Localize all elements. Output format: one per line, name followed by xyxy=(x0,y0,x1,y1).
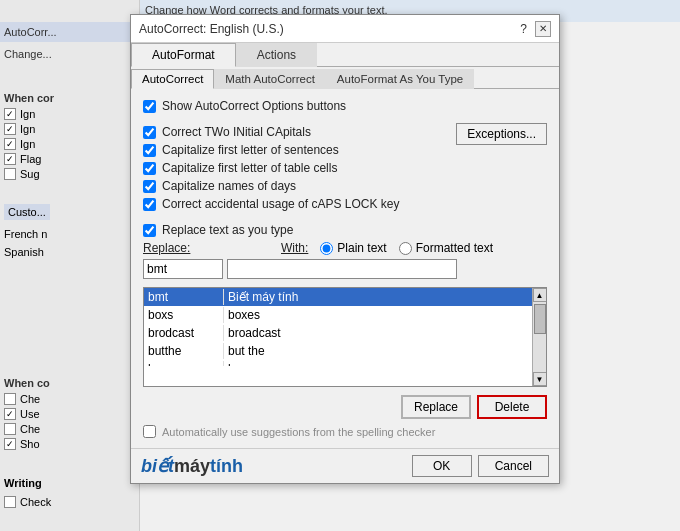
tab-math-autocorrect[interactable]: Math AutoCorrect xyxy=(214,69,325,89)
list-cell-replace: butthe xyxy=(144,343,224,359)
checkbox-capitalize-days: Capitalize names of days xyxy=(143,179,450,193)
formatted-text-option[interactable]: Formatted text xyxy=(399,241,493,255)
suggest-checkbox[interactable] xyxy=(143,425,156,438)
dialog-footer: biết máy tính OK Cancel xyxy=(131,448,559,483)
replace-inputs-row: bmt xyxy=(143,259,547,279)
list-cell-with: broadcast xyxy=(224,325,285,341)
replace-input[interactable]: bmt xyxy=(143,259,223,279)
replace-checkbox-row: Replace text as you type xyxy=(143,223,547,237)
scrollbar-track[interactable] xyxy=(533,302,546,372)
tab-autoformat[interactable]: AutoFormat xyxy=(131,43,236,67)
tab-autoformat-as-you-type[interactable]: AutoFormat As You Type xyxy=(326,69,474,89)
brand-biet: biết xyxy=(141,455,174,477)
help-icon[interactable]: ? xyxy=(520,22,527,36)
checkbox-caps-lock-label: Correct accidental usage of cAPS LOCK ke… xyxy=(162,197,399,211)
brand-tinh: tính xyxy=(210,456,243,477)
plain-text-radio[interactable] xyxy=(320,242,333,255)
checkbox-list: Show AutoCorrect Options buttons Correct… xyxy=(143,99,450,215)
plain-text-option[interactable]: Plain text xyxy=(320,241,386,255)
dialog-titlebar: AutoCorrect: English (U.S.) ? ✕ xyxy=(131,15,559,43)
sidebar-when-cor2: When co xyxy=(0,375,139,391)
dialog-title: AutoCorrect: English (U.S.) xyxy=(139,22,284,36)
list-cell-with: boxes xyxy=(224,307,264,323)
radio-group: Plain text Formatted text xyxy=(320,241,493,255)
brand-logo: biết máy tính xyxy=(141,455,243,477)
checkbox-capitalize-days-label: Capitalize names of days xyxy=(162,179,296,193)
checkbox-capitalize-sentences-input[interactable] xyxy=(143,144,156,157)
checkbox-capitalize-sentences-label: Capitalize first letter of sentences xyxy=(162,143,339,157)
replace-as-you-type-label: Replace text as you type xyxy=(162,223,293,237)
footer-buttons: OK Cancel xyxy=(412,455,549,477)
suggest-row: Automatically use suggestions from the s… xyxy=(143,425,547,438)
sidebar-check-items2: Che ✓Use Che ✓Sho xyxy=(4,393,139,453)
checkbox-correct-two: Correct TWo INitial CApitals xyxy=(143,125,450,139)
sidebar-custo: Custo... xyxy=(0,202,139,222)
list-cell-replace: bmt xyxy=(144,289,224,305)
brand-may: máy xyxy=(174,456,210,477)
list-cell-replace: brodcast xyxy=(144,325,224,341)
list-item[interactable]: bve be xyxy=(144,360,546,366)
scrollbar-thumb[interactable] xyxy=(534,304,546,334)
close-button[interactable]: ✕ xyxy=(535,21,551,37)
options-section: Show AutoCorrect Options buttons Correct… xyxy=(143,99,547,215)
scrollbar-up-button[interactable]: ▲ xyxy=(533,288,547,302)
checkbox-caps-lock: Correct accidental usage of cAPS LOCK ke… xyxy=(143,197,450,211)
sidebar-change: Change... xyxy=(0,44,139,64)
autocorrect-dialog: AutoCorrect: English (U.S.) ? ✕ AutoForm… xyxy=(130,14,560,484)
list-item[interactable]: brodcast broadcast xyxy=(144,324,546,342)
checkbox-capitalize-sentences: Capitalize first letter of sentences xyxy=(143,143,450,157)
scrollbar-down-button[interactable]: ▼ xyxy=(533,372,547,386)
replace-list-container: bmt Biết máy tính boxs boxes brodcast br… xyxy=(143,287,547,387)
sidebar-spanish: Spanish xyxy=(0,243,139,261)
list-item[interactable]: butthe but the xyxy=(144,342,546,360)
delete-button[interactable]: Delete xyxy=(477,395,547,419)
sidebar-french: French n xyxy=(0,225,139,243)
sidebar-check-items3: Check xyxy=(4,496,139,511)
formatted-text-radio[interactable] xyxy=(399,242,412,255)
exceptions-btn-container: Exceptions... xyxy=(456,123,547,145)
replace-as-you-type-checkbox[interactable] xyxy=(143,224,156,237)
list-scrollbar[interactable]: ▲ ▼ xyxy=(532,288,546,386)
with-input[interactable] xyxy=(227,259,457,279)
dialog-body: Show AutoCorrect Options buttons Correct… xyxy=(131,89,559,448)
tab-autocorrect[interactable]: AutoCorrect xyxy=(131,69,214,89)
titlebar-controls: ? ✕ xyxy=(520,21,551,37)
top-tab-row: AutoFormat Actions xyxy=(131,43,559,67)
replace-section: Replace text as you type Replace: With: … xyxy=(143,223,547,279)
action-buttons-row: Replace Delete xyxy=(143,395,547,419)
list-cell-replace: bve xyxy=(144,361,224,366)
checkbox-show-options-input[interactable] xyxy=(143,100,156,113)
checkbox-capitalize-table-input[interactable] xyxy=(143,162,156,175)
checkbox-correct-two-label: Correct TWo INitial CApitals xyxy=(162,125,311,139)
list-cell-with: but the xyxy=(224,343,269,359)
ok-button[interactable]: OK xyxy=(412,455,472,477)
checkbox-capitalize-table-label: Capitalize first letter of table cells xyxy=(162,161,337,175)
replace-label: Replace: xyxy=(143,241,203,255)
sidebar-when-cor: When cor xyxy=(0,90,139,106)
list-cell-replace: boxs xyxy=(144,307,224,323)
list-item[interactable]: boxs boxes xyxy=(144,306,546,324)
checkbox-correct-two-input[interactable] xyxy=(143,126,156,139)
second-tab-row: AutoCorrect Math AutoCorrect AutoFormat … xyxy=(131,67,559,89)
checkbox-show-options-label: Show AutoCorrect Options buttons xyxy=(162,99,346,113)
word-sidebar: AutoCorr... Change... When cor ✓Ign ✓Ign… xyxy=(0,0,140,531)
sidebar-writing: Writing xyxy=(0,475,139,491)
list-item[interactable]: bmt Biết máy tính xyxy=(144,288,546,306)
cancel-button[interactable]: Cancel xyxy=(478,455,549,477)
checkbox-caps-lock-input[interactable] xyxy=(143,198,156,211)
checkbox-capitalize-days-input[interactable] xyxy=(143,180,156,193)
formatted-text-label: Formatted text xyxy=(416,241,493,255)
exceptions-button[interactable]: Exceptions... xyxy=(456,123,547,145)
sidebar-autocorr: AutoCorr... xyxy=(0,22,139,42)
replace-button[interactable]: Replace xyxy=(401,395,471,419)
sidebar-check-items: ✓Ign ✓Ign ✓Ign ✓Flag Sug xyxy=(4,108,139,183)
replace-list[interactable]: bmt Biết máy tính boxs boxes brodcast br… xyxy=(144,288,546,366)
plain-text-label: Plain text xyxy=(337,241,386,255)
replace-header-row: Replace: With: Plain text Formatted text xyxy=(143,241,547,255)
checkbox-show-options: Show AutoCorrect Options buttons xyxy=(143,99,450,113)
tab-actions[interactable]: Actions xyxy=(236,43,317,67)
suggest-label: Automatically use suggestions from the s… xyxy=(162,426,435,438)
list-cell-with: be xyxy=(224,361,245,366)
list-cell-with: Biết máy tính xyxy=(224,289,302,305)
checkbox-capitalize-table: Capitalize first letter of table cells xyxy=(143,161,450,175)
